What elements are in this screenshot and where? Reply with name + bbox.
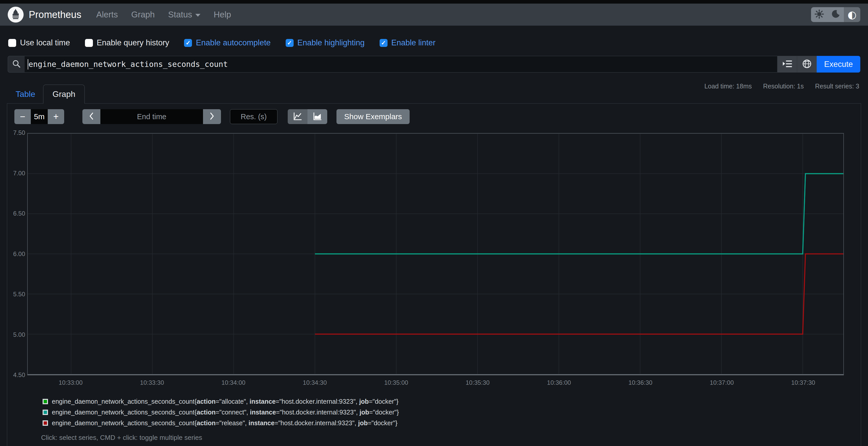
resolution-input[interactable]: Res. (s)	[230, 109, 277, 124]
y-tick-label: 7.00	[7, 170, 25, 177]
navbar: Prometheus Alerts Graph Status Help	[0, 4, 868, 26]
text-cursor	[28, 59, 28, 69]
stacked-chart-icon	[313, 112, 322, 122]
option-enable-highlighting[interactable]: ✓ Enable highlighting	[286, 38, 365, 47]
option-label[interactable]: Enable highlighting	[298, 38, 365, 47]
increase-range-button[interactable]: +	[48, 109, 64, 124]
legend-series-name: engine_daemon_network_actions_seconds_co…	[52, 419, 397, 427]
time-back-button[interactable]	[82, 109, 100, 124]
plus-icon: +	[53, 112, 59, 121]
top-strip	[0, 0, 868, 4]
chevron-down-icon	[195, 14, 200, 16]
time-forward-button[interactable]	[203, 109, 221, 124]
legend-hint: Click: select series, CMD + click: toggl…	[41, 434, 202, 442]
y-tick-label: 7.50	[7, 129, 25, 136]
decrease-range-button[interactable]: −	[14, 109, 31, 124]
x-tick-label: 10:34:00	[215, 379, 251, 386]
format-expression-button[interactable]	[777, 56, 797, 73]
x-tick-label: 10:36:00	[541, 379, 577, 386]
metrics-explorer-button[interactable]	[797, 56, 817, 73]
prometheus-logo[interactable]	[8, 7, 24, 23]
resolution: Resolution: 1s	[763, 82, 804, 90]
brand-title[interactable]: Prometheus	[29, 9, 81, 20]
legend-swatch	[42, 410, 48, 415]
chart-legend: engine_daemon_network_actions_seconds_co…	[42, 398, 399, 430]
range-control: − 5m +	[14, 109, 64, 124]
end-time-input[interactable]: End time	[100, 109, 203, 124]
y-tick-label: 6.00	[7, 250, 25, 258]
x-tick-label: 10:37:00	[704, 379, 740, 386]
nav-link-alerts[interactable]: Alerts	[96, 10, 118, 20]
legend-item[interactable]: engine_daemon_network_actions_seconds_co…	[42, 398, 399, 405]
nav-link-status[interactable]: Status	[168, 10, 200, 20]
x-tick-label: 10:37:30	[785, 379, 821, 386]
query-stats: Load time: 18ms Resolution: 1s Result se…	[704, 82, 859, 90]
checkbox[interactable]: ✓	[380, 39, 388, 47]
query-expression: engine_daemon_network_actions_seconds_co…	[29, 60, 228, 69]
light-theme-button[interactable]	[811, 7, 828, 22]
half-circle-contrast-icon: ◐	[848, 9, 857, 20]
option-enable-linter[interactable]: ✓ Enable linter	[380, 38, 436, 47]
result-series: Result series: 3	[815, 82, 859, 90]
y-tick-label: 6.50	[7, 210, 25, 217]
chevron-right-icon	[209, 112, 215, 122]
nav-link-help[interactable]: Help	[214, 10, 231, 20]
graph-panel: − 5m + End time Res. (s)	[7, 103, 861, 446]
chart-plot-area[interactable]	[27, 133, 844, 375]
option-label[interactable]: Enable linter	[392, 38, 436, 47]
flame-icon	[10, 8, 21, 21]
minus-icon: −	[20, 112, 25, 121]
tab-table[interactable]: Table	[8, 84, 43, 104]
chart-svg	[28, 134, 843, 374]
option-enable-query-history[interactable]: Enable query history	[85, 38, 169, 47]
tab-graph[interactable]: Graph	[43, 84, 85, 104]
query-input[interactable]: engine_daemon_network_actions_seconds_co…	[25, 56, 777, 73]
checkbox[interactable]: ✓	[286, 39, 293, 47]
x-tick-label: 10:35:00	[378, 379, 414, 386]
search-addon	[8, 56, 25, 73]
y-tick-label: 5.00	[7, 331, 25, 338]
range-input[interactable]: 5m	[31, 109, 48, 124]
x-tick-label: 10:33:30	[134, 379, 170, 386]
theme-toggle-group: ◐	[811, 7, 860, 22]
moon-icon	[831, 10, 840, 20]
x-tick-label: 10:34:30	[297, 379, 333, 386]
nav-links: Alerts Graph Status Help	[96, 10, 231, 20]
graph-controls: − 5m + End time Res. (s)	[14, 109, 410, 124]
checkbox[interactable]: ✓	[184, 39, 192, 47]
x-tick-label: 10:33:00	[53, 379, 89, 386]
chart-type-toggle	[288, 109, 327, 124]
x-tick-label: 10:36:30	[622, 379, 658, 386]
globe-icon	[802, 59, 812, 70]
y-tick-label: 5.50	[7, 291, 25, 298]
option-label[interactable]: Enable query history	[97, 38, 169, 47]
option-label[interactable]: Use local time	[20, 38, 70, 47]
end-time-control: End time	[82, 109, 221, 124]
option-enable-autocomplete[interactable]: ✓ Enable autocomplete	[184, 38, 271, 47]
panel-tabs: Table Graph	[8, 84, 85, 104]
stacked-chart-button[interactable]	[307, 109, 327, 124]
sun-icon	[815, 9, 824, 20]
line-chart-button[interactable]	[288, 109, 307, 124]
option-label[interactable]: Enable autocomplete	[196, 38, 271, 47]
search-icon	[12, 60, 21, 69]
dark-theme-button[interactable]	[828, 7, 844, 22]
y-tick-label: 4.50	[7, 371, 25, 379]
option-use-local-time[interactable]: Use local time	[8, 38, 70, 47]
legend-swatch	[42, 420, 48, 426]
legend-item[interactable]: engine_daemon_network_actions_seconds_co…	[42, 409, 399, 416]
legend-series-name: engine_daemon_network_actions_seconds_co…	[52, 398, 399, 405]
options-bar: Use local time Enable query history ✓ En…	[8, 34, 436, 51]
execute-button[interactable]: Execute	[817, 56, 860, 73]
tree-view-icon	[782, 60, 792, 69]
legend-item[interactable]: engine_daemon_network_actions_seconds_co…	[42, 419, 399, 427]
show-exemplars-button[interactable]: Show Exemplars	[337, 109, 410, 124]
legend-series-name: engine_daemon_network_actions_seconds_co…	[52, 409, 399, 416]
line-chart-icon	[293, 112, 302, 122]
legend-swatch	[42, 399, 48, 404]
x-tick-label: 10:35:30	[460, 379, 496, 386]
checkbox[interactable]	[85, 39, 93, 47]
auto-theme-button[interactable]: ◐	[844, 7, 860, 22]
nav-link-graph[interactable]: Graph	[131, 10, 155, 20]
checkbox[interactable]	[8, 39, 16, 47]
